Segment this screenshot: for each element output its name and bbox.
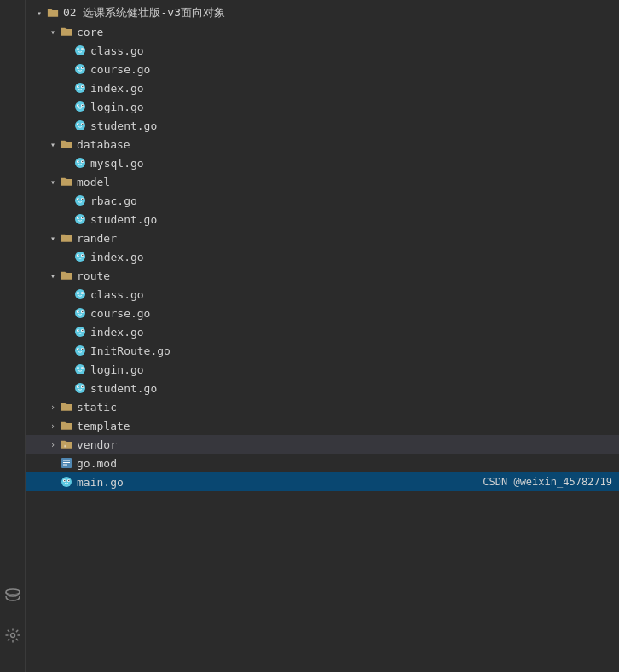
svg-point-82 [61, 477, 72, 487]
folder-route[interactable]: ▾ route [26, 266, 619, 285]
gopher-icon [73, 344, 87, 357]
file-tree: ▾ 02 选课系统健壮版-v3面向对象 ▾ core class.go cour… [26, 0, 619, 672]
svg-point-27 [75, 158, 85, 168]
svg-point-60 [78, 330, 78, 331]
svg-point-25 [78, 124, 78, 125]
file-course-go-core[interactable]: course.go [26, 60, 619, 78]
file-class-go-core[interactable]: class.go [26, 41, 619, 60]
file-login-go-core[interactable]: login.go [26, 97, 619, 116]
activity-bar [0, 0, 26, 672]
vendor-label: vendor [77, 438, 117, 451]
svg-point-36 [82, 199, 83, 200]
index-go-rander-label: index.go [90, 251, 144, 264]
database-label: database [77, 138, 130, 151]
login-go-core-label: login.go [90, 101, 144, 113]
folder-template[interactable]: › template [26, 416, 619, 435]
svg-point-62 [75, 345, 85, 356]
svg-point-37 [75, 214, 85, 224]
file-mysql-go[interactable]: mysql.go [26, 154, 619, 172]
svg-point-67 [75, 364, 85, 374]
folder-static[interactable]: › static [26, 397, 619, 416]
main-go-label: main.go [77, 476, 483, 489]
file-main-go[interactable]: main.go CSDN @weixin_45782719 [26, 472, 619, 491]
csdn-label: CSDN @weixin_45782719 [483, 476, 612, 488]
model-label: model [77, 176, 110, 188]
file-course-go-route[interactable]: course.go [26, 304, 619, 322]
file-index-go-route[interactable]: index.go [26, 322, 619, 341]
student-go-route-label: student.go [90, 382, 157, 395]
core-folder-icon [60, 25, 73, 38]
svg-point-7 [75, 64, 85, 74]
file-rbac-go[interactable]: rbac.go [26, 191, 619, 210]
file-index-go-core[interactable]: index.go [26, 78, 619, 97]
model-arrow: ▾ [46, 177, 60, 187]
root-arrow: ▾ [32, 9, 46, 18]
gopher-icon [73, 194, 87, 207]
file-login-go-route[interactable]: login.go [26, 360, 619, 379]
svg-point-86 [68, 480, 69, 481]
static-label: static [77, 401, 117, 414]
svg-point-47 [75, 289, 85, 299]
gopher-icon [73, 100, 87, 113]
folder-database[interactable]: ▾ database [26, 135, 619, 154]
svg-point-61 [82, 330, 83, 331]
file-go-mod[interactable]: go.mod [26, 454, 619, 472]
initroute-go-label: InitRoute.go [90, 345, 171, 357]
svg-point-15 [78, 86, 78, 87]
gopher-icon [73, 362, 87, 376]
model-folder-icon [60, 175, 73, 188]
svg-point-20 [78, 105, 78, 106]
folder-vendor[interactable]: › ⬇ vendor [26, 435, 619, 454]
class-go-route-label: class.go [90, 288, 144, 301]
svg-point-65 [78, 349, 78, 350]
svg-point-26 [82, 124, 83, 125]
route-label: route [77, 269, 110, 282]
student-go-model-label: student.go [90, 213, 157, 226]
login-go-route-label: login.go [90, 363, 144, 376]
svg-point-2 [75, 45, 85, 55]
gomod-label: go.mod [77, 457, 117, 470]
svg-point-55 [78, 311, 78, 312]
svg-point-40 [78, 217, 78, 218]
file-class-go-route[interactable]: class.go [26, 285, 619, 304]
svg-point-70 [78, 368, 78, 368]
svg-point-16 [82, 86, 83, 87]
route-arrow: ▾ [46, 271, 60, 281]
svg-point-76 [82, 386, 83, 387]
root-folder[interactable]: ▾ 02 选课系统健壮版-v3面向对象 [26, 3, 619, 22]
file-index-go-rander[interactable]: index.go [26, 247, 619, 266]
svg-point-46 [82, 255, 83, 256]
file-initroute-go[interactable]: InitRoute.go [26, 341, 619, 360]
gopher-icon [73, 381, 87, 395]
gopher-icon [73, 250, 87, 264]
file-student-go-core[interactable]: student.go [26, 116, 619, 135]
template-label: template [77, 420, 130, 432]
svg-point-52 [75, 308, 85, 318]
database-sidebar-icon[interactable] [3, 587, 22, 605]
folder-rander[interactable]: ▾ rander [26, 229, 619, 247]
class-go-core-label: class.go [90, 44, 144, 57]
folder-core[interactable]: ▾ core [26, 22, 619, 41]
mysql-go-label: mysql.go [90, 157, 144, 170]
folder-model[interactable]: ▾ model [26, 172, 619, 191]
template-folder-icon [60, 419, 73, 432]
file-student-go-model[interactable]: student.go [26, 210, 619, 229]
svg-point-5 [78, 49, 78, 49]
vendor-arrow: › [46, 440, 60, 449]
svg-point-75 [78, 386, 78, 387]
template-arrow: › [46, 421, 60, 431]
route-folder-icon [60, 269, 73, 282]
root-folder-label: 02 选课系统健壮版-v3面向对象 [63, 5, 225, 20]
svg-point-51 [82, 293, 83, 293]
gopher-icon [73, 212, 87, 226]
svg-point-41 [82, 217, 83, 218]
settings-sidebar-icon[interactable] [3, 626, 22, 645]
svg-point-45 [78, 255, 78, 256]
svg-point-72 [75, 383, 85, 393]
rander-arrow: ▾ [46, 234, 60, 243]
course-go-core-label: course.go [90, 63, 150, 76]
svg-point-30 [78, 161, 78, 162]
file-student-go-route[interactable]: student.go [26, 379, 619, 397]
vendor-folder-icon: ⬇ [60, 437, 73, 451]
static-arrow: › [46, 403, 60, 412]
